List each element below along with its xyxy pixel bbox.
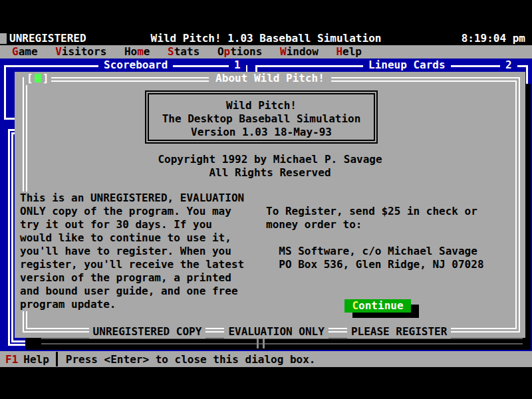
about-dialog: [] About Wild Pitch! Wild Pitch! The Des… — [15, 72, 525, 338]
menu-label: e — [144, 45, 150, 58]
footer-badge-unregistered: UNREGISTERED COPY — [89, 325, 206, 338]
menu-hotkey: G — [12, 45, 19, 58]
footer-badge-register: PLEASE REGISTER — [347, 325, 452, 338]
scoreboard-window-title[interactable]: Scoreboard — [98, 59, 173, 72]
rights-line: All Rights Reserved — [15, 166, 525, 180]
version-box: Wild Pitch! The Desktop Baseball Simulat… — [145, 90, 378, 144]
close-button[interactable]: [] — [24, 72, 51, 85]
menu-label: isitors — [62, 45, 106, 58]
menu-item-game[interactable]: Game — [12, 45, 38, 59]
menu-item-options[interactable]: Options — [217, 45, 262, 59]
program-version: Version 1.03 18-May-93 — [149, 126, 374, 139]
menu-item-home[interactable]: Home — [124, 45, 150, 59]
registration-instructions-text: To Register, send $25 in check or money … — [266, 205, 484, 271]
menu-label: indow — [287, 45, 319, 58]
clock: 8:19:04 pm — [462, 32, 525, 45]
desktop: Scoreboard 1 Lineup Cards 2 [] About Wil… — [0, 59, 532, 351]
close-icon[interactable] — [35, 74, 41, 82]
title-bar: UNREGISTERED Wild Pitch! 1.03 Baseball S… — [0, 32, 532, 45]
dialog-footer-badges: UNREGISTERED COPY EVALUATION ONLY PLEASE… — [15, 325, 525, 338]
copyright-block: Copyright 1992 by Michael P. Savage All … — [15, 153, 525, 180]
f1-help-label[interactable]: Help — [23, 353, 49, 366]
lineup-cards-window-number: 2 — [500, 59, 517, 72]
close-bracket: ] — [43, 72, 49, 84]
f1-key[interactable]: F1 — [5, 353, 18, 366]
app-title: Wild Pitch! 1.03 Baseball Simulation — [0, 32, 532, 45]
footer-badge-evaluation: EVALUATION ONLY — [224, 325, 329, 338]
menu-label: tions — [230, 45, 262, 58]
menu-label: elp — [342, 45, 362, 58]
continue-label: ontinue — [358, 299, 403, 312]
menu-hotkey: m — [137, 45, 144, 58]
program-name: Wild Pitch! — [149, 99, 374, 112]
program-tagline: The Desktop Baseball Simulation — [149, 112, 374, 126]
scoreboard-window-number: 1 — [229, 59, 246, 72]
menu-label: tats — [174, 45, 200, 58]
menu-bar: Game Visitors Home Stats Options Window … — [0, 45, 532, 59]
status-message: Press <Enter> to close this dialog box. — [66, 353, 316, 366]
menu-label: Ho — [124, 45, 137, 58]
menu-label: ame — [19, 45, 38, 58]
menu-item-visitors[interactable]: Visitors — [55, 45, 106, 59]
continue-hotkey: C — [352, 299, 358, 312]
menu-item-stats[interactable]: Stats — [168, 45, 200, 59]
menu-item-window[interactable]: Window — [280, 45, 319, 59]
statusbar-separator — [56, 352, 58, 366]
shadow-artifact-line — [41, 343, 523, 344]
menu-item-help[interactable]: Help — [336, 45, 362, 59]
status-bar: F1 Help Press <Enter> to close this dial… — [0, 351, 532, 367]
menu-hotkey: H — [336, 45, 342, 58]
lineup-cards-window-title[interactable]: Lineup Cards — [363, 59, 451, 72]
continue-button[interactable]: Continue — [344, 299, 411, 313]
menu-hotkey: V — [55, 45, 62, 58]
copyright-line: Copyright 1992 by Michael P. Savage — [15, 153, 525, 166]
evaluation-notice-text: This is an UNREGISTERED, EVALUATION ONLY… — [20, 192, 244, 311]
menu-hotkey: S — [168, 45, 174, 58]
dialog-title: About Wild Pitch! — [209, 72, 331, 85]
menu-hotkey: W — [280, 45, 287, 58]
screen: UNREGISTERED Wild Pitch! 1.03 Baseball S… — [0, 0, 532, 399]
menu-hotkey: p — [224, 45, 231, 58]
menu-label: O — [217, 45, 224, 58]
close-bracket: [ — [27, 72, 33, 84]
